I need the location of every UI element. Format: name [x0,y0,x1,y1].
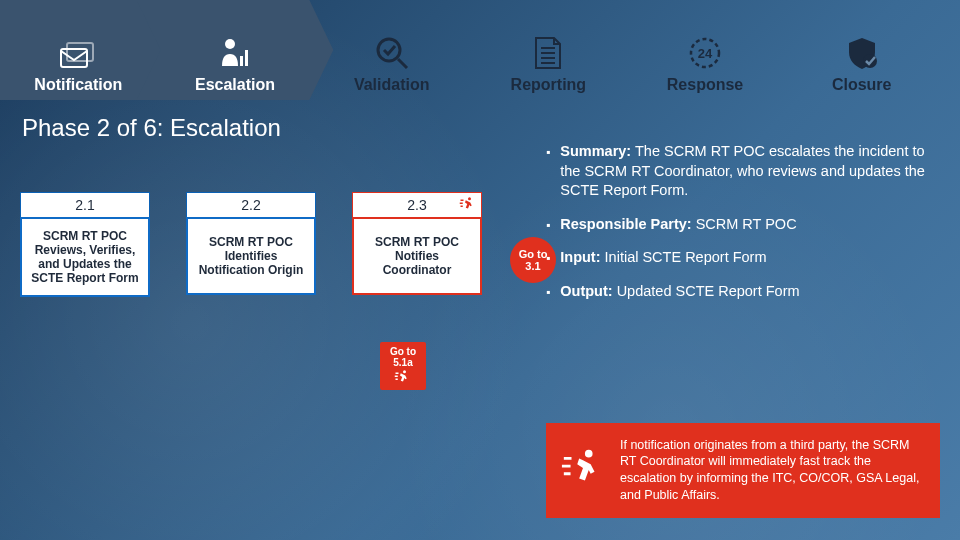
step-number: 2.3 [352,192,482,217]
fast-track-note: If notification originates from a third … [546,423,940,519]
goto-5-1a: Go to 5.1a [380,342,426,390]
step-2-2: 2.2 SCRM RT POC Identifies Notification … [186,192,316,297]
fast-track-icon [459,195,477,216]
svg-point-2 [225,39,235,49]
phase-label: Reporting [511,76,587,94]
clock-24-icon: 24 [688,36,722,70]
step-2-1: 2.1 SCRM RT POC Reviews, Verifies, and U… [20,192,150,297]
phase-notification: Notification [0,0,157,100]
phase-label: Escalation [195,76,275,94]
document-icon [534,36,562,70]
details-panel: Summary: The SCRM RT POC escalates the i… [540,152,960,532]
main-split: 2.1 SCRM RT POC Reviews, Verifies, and U… [0,152,960,532]
phase-validation: Validation [313,0,470,100]
step-body: SCRM RT POC Notifies Coordinator [352,217,482,295]
bullet-input: Input: Initial SCTE Report Form [546,248,940,268]
step-number: 2.1 [20,192,150,217]
svg-rect-0 [61,49,87,67]
bullet-summary: Summary: The SCRM RT POC escalates the i… [546,142,940,201]
phase-closure: Closure [783,0,940,100]
phase-reporting: Reporting [470,0,627,100]
envelope-icon [60,42,96,70]
fast-track-text: If notification originates from a third … [620,437,926,505]
step-body: SCRM RT POC Identifies Notification Orig… [186,217,316,295]
svg-point-6 [378,39,400,61]
bullet-list: Summary: The SCRM RT POC escalates the i… [546,142,940,315]
flow-area: 2.1 SCRM RT POC Reviews, Verifies, and U… [0,152,540,532]
step-body: SCRM RT POC Reviews, Verifies, and Updat… [20,217,150,297]
phase-label: Validation [354,76,430,94]
step-number: 2.2 [186,192,316,217]
phase-label: Notification [34,76,122,94]
phase-response: 24 Response [627,0,784,100]
bullet-responsible: Responsible Party: SCRM RT POC [546,215,940,235]
step-2-3: 2.3 SCRM RT POC Notifies Coordinator [352,192,482,297]
shield-check-icon [845,36,879,70]
phase-escalation: Escalation [157,0,314,100]
phase-chevron-row: Notification Escalation Validation Repor… [0,0,940,100]
person-chart-icon [218,36,252,70]
svg-rect-3 [240,56,243,66]
fast-track-icon [560,445,606,496]
bullet-output: Output: Updated SCTE Report Form [546,282,940,302]
phase-label: Response [667,76,743,94]
svg-rect-4 [245,50,248,66]
magnifier-check-icon [375,36,409,70]
svg-text:24: 24 [698,46,713,61]
fast-track-icon [394,377,412,388]
phase-label: Closure [832,76,892,94]
